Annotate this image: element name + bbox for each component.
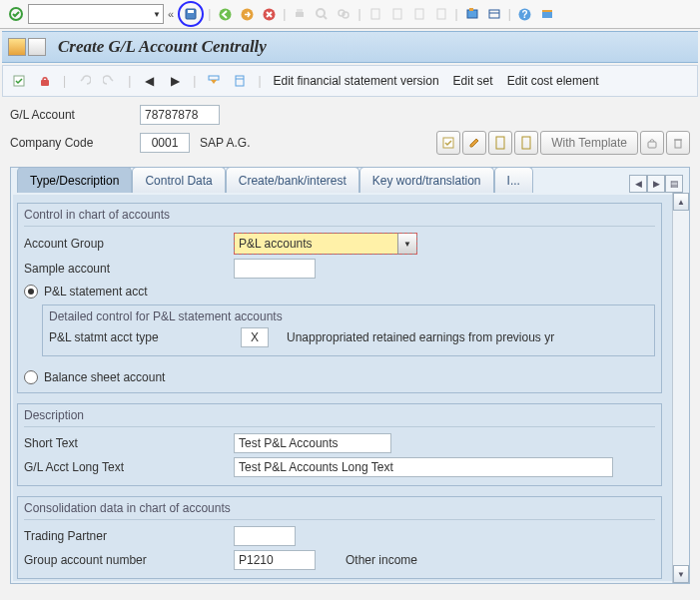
redo-icon[interactable] — [100, 71, 120, 91]
consolidation-title: Consolidation data in chart of accounts — [24, 501, 655, 520]
company-code-desc: SAP A.G. — [200, 136, 250, 150]
link-edit-fsv[interactable]: Edit financial statement version — [270, 72, 443, 90]
svg-line-9 — [324, 16, 327, 19]
svg-rect-32 — [648, 142, 656, 148]
save-icon[interactable] — [178, 1, 204, 27]
group-control-title: Control in chart of accounts — [24, 208, 655, 227]
next-page-icon[interactable] — [409, 4, 429, 24]
sample-account-label: Sample account — [24, 262, 234, 276]
command-field[interactable]: ▼ — [28, 4, 164, 24]
prev-icon[interactable]: ◀ — [139, 71, 159, 91]
scroll-down-icon[interactable]: ▼ — [673, 565, 689, 583]
account-group-dropdown[interactable]: P&L accounts ▼ — [234, 233, 417, 255]
edit-button[interactable] — [462, 131, 486, 155]
find-icon[interactable] — [312, 4, 332, 24]
svg-rect-25 — [41, 80, 49, 86]
svg-point-3 — [219, 8, 231, 20]
short-text-label: Short Text — [24, 436, 234, 450]
svg-point-8 — [317, 9, 325, 17]
svg-rect-12 — [371, 9, 379, 19]
svg-rect-13 — [393, 9, 401, 19]
balance-sheet-label: Balance sheet account — [44, 370, 165, 384]
link-edit-cost-element[interactable]: Edit cost element — [503, 72, 603, 90]
trading-partner-input[interactable] — [234, 526, 296, 546]
pl-statement-radio[interactable] — [24, 285, 38, 299]
lock-icon[interactable] — [35, 71, 55, 91]
generate-shortcut-icon[interactable] — [484, 4, 504, 24]
sample-account-input[interactable] — [234, 259, 316, 279]
tab-scroll-left-icon[interactable]: ◀ — [629, 175, 647, 193]
help-icon[interactable]: ? — [515, 4, 535, 24]
svg-rect-23 — [542, 10, 552, 12]
svg-rect-27 — [236, 76, 244, 86]
tab-list-icon[interactable]: ▤ — [665, 175, 683, 193]
link-edit-set[interactable]: Edit set — [449, 72, 497, 90]
svg-rect-7 — [297, 9, 303, 12]
exit-icon[interactable] — [237, 4, 257, 24]
system-toolbar: ▼ « | | | | | ? — [0, 0, 700, 29]
check-button[interactable] — [436, 131, 460, 155]
filter-icon[interactable] — [204, 71, 224, 91]
print-icon[interactable] — [290, 4, 310, 24]
delete-button[interactable] — [666, 131, 690, 155]
undo-icon[interactable] — [74, 71, 94, 91]
page-title: Create G/L Account Centrally — [58, 37, 267, 57]
long-text-input[interactable]: Test P&L Accounts Long Text — [234, 457, 613, 477]
doc1-button[interactable] — [488, 131, 512, 155]
tab-control-data[interactable]: Control Data — [132, 167, 225, 193]
svg-rect-6 — [296, 12, 304, 17]
short-text-input[interactable]: Test P&L Accounts — [234, 433, 391, 453]
tab-type-description[interactable]: Type/Description — [17, 167, 132, 193]
pl-statement-label: P&L statement acct — [44, 285, 148, 299]
next-icon[interactable]: ▶ — [165, 71, 185, 91]
detail-title: Detailed control for P&L statement accou… — [49, 309, 648, 325]
long-text-label: G/L Acct Long Text — [24, 460, 234, 474]
header-fields: G/L Account 78787878 Company Code 0001 S… — [0, 97, 700, 159]
first-page-icon[interactable] — [365, 4, 385, 24]
enter-icon[interactable] — [6, 4, 26, 24]
group-consolidation: Consolidation data in chart of accounts … — [17, 496, 662, 579]
cancel-icon[interactable] — [259, 4, 279, 24]
prev-page-icon[interactable] — [387, 4, 407, 24]
svg-rect-18 — [489, 10, 499, 18]
company-code-label: Company Code — [10, 136, 140, 150]
pl-type-label: P&L statmt acct type — [49, 330, 241, 344]
svg-text:?: ? — [522, 9, 528, 20]
description-title: Description — [24, 408, 655, 427]
title-bar: Create G/L Account Centrally — [2, 31, 698, 63]
chevron-down-icon[interactable]: ▼ — [397, 234, 416, 254]
account-group-label: Account Group — [24, 237, 234, 251]
pl-type-input[interactable]: X — [241, 327, 269, 347]
tab-strip: Type/Description Control Data Create/ban… — [11, 167, 689, 193]
pl-type-desc: Unappropriated retained earnings from pr… — [287, 330, 554, 344]
balance-sheet-radio[interactable] — [24, 370, 38, 384]
svg-rect-26 — [209, 76, 219, 80]
svg-rect-14 — [415, 9, 423, 19]
tab-scroll-right-icon[interactable]: ▶ — [647, 175, 665, 193]
group-account-input[interactable]: P1210 — [234, 550, 316, 570]
group-detail-pl: Detailed control for P&L statement accou… — [42, 304, 655, 356]
with-template-button[interactable]: With Template — [540, 131, 638, 155]
app-icon — [8, 38, 26, 56]
layout-icon[interactable] — [537, 4, 557, 24]
tab-keyword-translation[interactable]: Key word/translation — [359, 167, 494, 193]
new-session-icon[interactable] — [462, 4, 482, 24]
find-next-icon[interactable] — [334, 4, 353, 24]
last-page-icon[interactable] — [431, 4, 451, 24]
svg-rect-15 — [437, 9, 445, 19]
lock-button[interactable] — [640, 131, 664, 155]
settings-icon[interactable] — [230, 71, 250, 91]
group-account-label: Group account number — [24, 553, 234, 567]
gl-account-input[interactable]: 78787878 — [140, 105, 220, 125]
group-control-chart: Control in chart of accounts Account Gro… — [17, 203, 662, 393]
app-toolbar: | | ◀ ▶ | | Edit financial statement ver… — [2, 65, 698, 97]
back-icon[interactable] — [215, 4, 235, 24]
company-code-input[interactable]: 0001 — [140, 133, 190, 153]
doc2-button[interactable] — [514, 131, 538, 155]
gl-account-label: G/L Account — [10, 108, 140, 122]
tab-create-bank-interest[interactable]: Create/bank/interest — [226, 167, 359, 193]
vertical-scrollbar[interactable]: ▲ ▼ — [672, 193, 689, 583]
tab-overflow[interactable]: I... — [494, 167, 533, 193]
scroll-up-icon[interactable]: ▲ — [673, 193, 689, 211]
display-icon[interactable] — [9, 71, 29, 91]
